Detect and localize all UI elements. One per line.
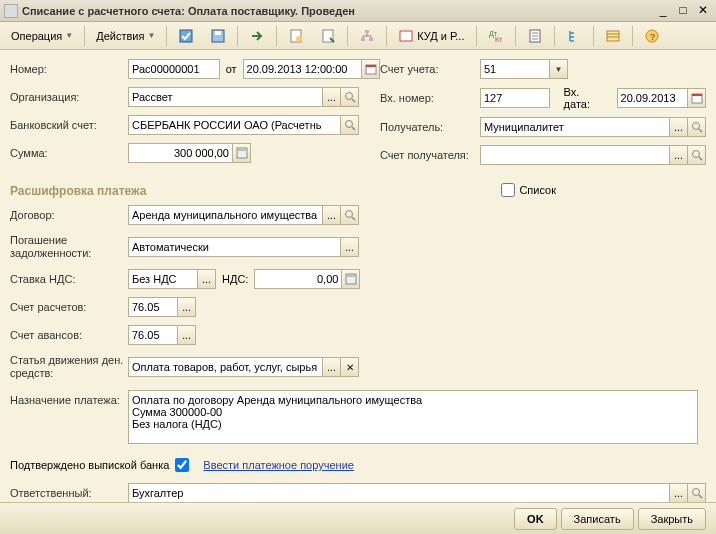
- operation-menu[interactable]: Операция▼: [4, 25, 80, 47]
- window-icon: [4, 4, 18, 18]
- save-button[interactable]: Записать: [561, 508, 634, 530]
- svg-point-25: [345, 121, 352, 128]
- ellipsis-button[interactable]: ...: [178, 297, 196, 317]
- calculator-icon[interactable]: [342, 269, 360, 289]
- ellipsis-button[interactable]: ...: [178, 325, 196, 345]
- lookup-icon[interactable]: [688, 483, 706, 502]
- vat-field[interactable]: [254, 269, 342, 289]
- org-field[interactable]: [128, 87, 323, 107]
- calculator-icon[interactable]: [233, 143, 251, 163]
- advance-account-field[interactable]: [128, 325, 178, 345]
- bottombar: OK Записать Закрыть: [0, 502, 716, 534]
- lookup-icon[interactable]: [341, 205, 359, 225]
- tb-list-button[interactable]: [598, 25, 628, 47]
- in-number-field[interactable]: [480, 88, 550, 108]
- svg-rect-30: [692, 94, 702, 96]
- ellipsis-button[interactable]: ...: [670, 117, 688, 137]
- kudir-label: КУД и Р...: [417, 30, 464, 42]
- ellipsis-button[interactable]: ...: [323, 357, 341, 377]
- list-checkbox[interactable]: [501, 183, 515, 197]
- recipient-account-field[interactable]: [480, 145, 670, 165]
- calc-account-field[interactable]: [128, 297, 178, 317]
- label-recipient-account: Счет получателя:: [380, 149, 480, 161]
- svg-text:Кт: Кт: [495, 36, 503, 43]
- tb-dtkr-button[interactable]: ДтКт: [481, 25, 511, 47]
- svg-line-32: [699, 129, 702, 132]
- svg-rect-22: [366, 65, 376, 67]
- svg-line-34: [699, 157, 702, 160]
- separator: [276, 26, 277, 46]
- tb-struct-button[interactable]: [352, 25, 382, 47]
- in-date-field[interactable]: [617, 88, 689, 108]
- label-contract: Договор:: [10, 209, 128, 221]
- close-button[interactable]: Закрыть: [638, 508, 706, 530]
- svg-rect-7: [361, 38, 365, 41]
- enter-payment-order-link[interactable]: Ввести платежное поручение: [203, 459, 354, 471]
- ellipsis-button[interactable]: ...: [341, 237, 359, 257]
- separator: [84, 26, 85, 46]
- separator: [554, 26, 555, 46]
- vat-rate-field[interactable]: [128, 269, 198, 289]
- confirmed-checkbox[interactable]: [175, 458, 189, 472]
- label-responsible: Ответственный:: [10, 487, 128, 499]
- separator: [632, 26, 633, 46]
- kudir-button[interactable]: КУД и Р...: [391, 25, 471, 47]
- contract-field[interactable]: [128, 205, 323, 225]
- separator: [593, 26, 594, 46]
- ellipsis-button[interactable]: ...: [670, 483, 688, 502]
- flow-article-field[interactable]: [128, 357, 323, 377]
- ellipsis-button[interactable]: ...: [670, 145, 688, 165]
- svg-line-40: [699, 495, 702, 498]
- lookup-icon[interactable]: [688, 117, 706, 137]
- separator: [347, 26, 348, 46]
- calendar-icon[interactable]: [362, 59, 380, 79]
- ellipsis-button[interactable]: ...: [323, 87, 341, 107]
- tb-help-button[interactable]: ?: [637, 25, 667, 47]
- minimize-button[interactable]: _: [654, 4, 672, 18]
- label-list: Список: [519, 184, 556, 196]
- sum-field[interactable]: [128, 143, 233, 163]
- label-advance-account: Счет авансов:: [10, 329, 128, 341]
- svg-point-35: [345, 211, 352, 218]
- tb-post-button[interactable]: [171, 25, 201, 47]
- lookup-icon[interactable]: [688, 145, 706, 165]
- svg-rect-28: [238, 149, 246, 151]
- ellipsis-button[interactable]: ...: [198, 269, 216, 289]
- recipient-field[interactable]: [480, 117, 670, 137]
- tb-save-button[interactable]: [203, 25, 233, 47]
- separator: [237, 26, 238, 46]
- responsible-field[interactable]: [128, 483, 670, 502]
- lookup-icon[interactable]: [341, 115, 359, 135]
- tb-go-button[interactable]: [242, 25, 272, 47]
- svg-rect-38: [347, 275, 355, 277]
- purpose-textarea[interactable]: [128, 390, 698, 444]
- label-confirmed: Подтверждено выпиской банка: [10, 459, 169, 471]
- ok-button[interactable]: OK: [514, 508, 557, 530]
- tb-report-button[interactable]: [520, 25, 550, 47]
- svg-rect-16: [607, 31, 619, 41]
- label-recipient: Получатель:: [380, 121, 480, 133]
- svg-point-23: [345, 93, 352, 100]
- maximize-button[interactable]: □: [674, 4, 692, 18]
- lookup-icon[interactable]: [341, 87, 359, 107]
- svg-rect-0: [180, 30, 192, 42]
- calendar-icon[interactable]: [688, 88, 706, 108]
- account-field[interactable]: [480, 59, 550, 79]
- date-field[interactable]: [243, 59, 363, 79]
- label-debt: Погашение задолженности:: [10, 234, 128, 260]
- tb-tree-button[interactable]: [559, 25, 589, 47]
- svg-line-36: [352, 217, 355, 220]
- actions-menu[interactable]: Действия▼: [89, 25, 162, 47]
- number-field[interactable]: [128, 59, 220, 79]
- label-vat: НДС:: [222, 273, 248, 285]
- close-window-button[interactable]: ✕: [694, 4, 712, 18]
- form-body: Номер: от Организация: ... Банковский сч…: [0, 50, 716, 502]
- ellipsis-button[interactable]: ...: [323, 205, 341, 225]
- tb-doc1-button[interactable]: [281, 25, 311, 47]
- clear-icon[interactable]: ✕: [341, 357, 359, 377]
- tb-doc2-button[interactable]: [313, 25, 343, 47]
- debt-field[interactable]: [128, 237, 341, 257]
- label-number: Номер:: [10, 63, 128, 75]
- dropdown-button[interactable]: ▼: [550, 59, 568, 79]
- bank-field[interactable]: [128, 115, 341, 135]
